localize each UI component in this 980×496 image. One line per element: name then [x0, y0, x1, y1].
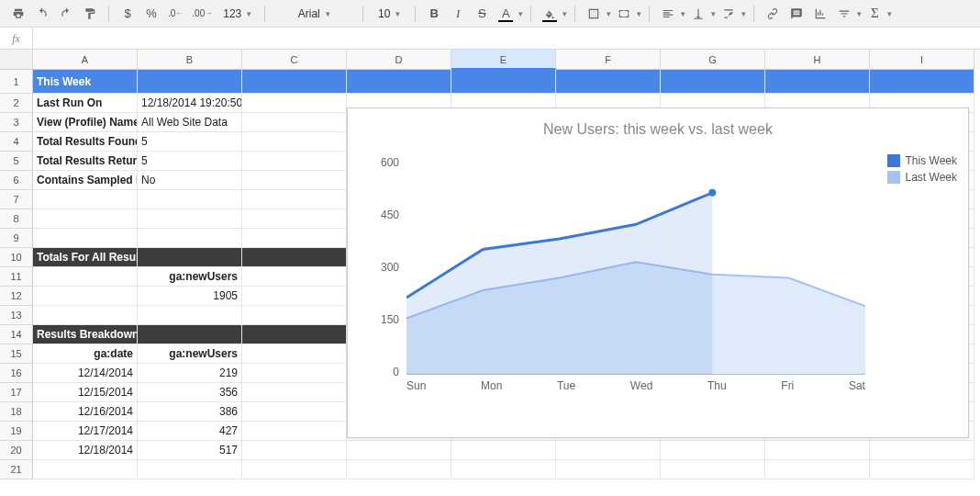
column-header[interactable]: D: [347, 50, 451, 70]
row-header[interactable]: 7: [0, 190, 33, 209]
functions-button[interactable]: Σ: [863, 3, 885, 25]
cell[interactable]: [242, 364, 347, 383]
cell[interactable]: Last Run On: [33, 94, 138, 113]
text-color-button[interactable]: A: [495, 3, 517, 25]
chevron-down-icon[interactable]: ▾: [711, 9, 716, 18]
cell[interactable]: 386: [138, 402, 242, 422]
row-header[interactable]: 14: [0, 325, 33, 344]
cell[interactable]: [765, 70, 870, 94]
cell[interactable]: [242, 190, 347, 209]
cell[interactable]: [138, 248, 242, 267]
chevron-down-icon[interactable]: ▾: [887, 9, 892, 18]
more-formats-dropdown[interactable]: 123▾: [217, 3, 257, 25]
chevron-down-icon[interactable]: ▾: [637, 9, 641, 18]
cell[interactable]: [242, 171, 347, 190]
cell[interactable]: [242, 422, 347, 441]
row-header[interactable]: 5: [0, 152, 33, 171]
cell[interactable]: [347, 441, 451, 460]
cell[interactable]: [138, 460, 242, 479]
chevron-down-icon[interactable]: ▾: [857, 9, 862, 18]
strikethrough-button[interactable]: S: [471, 3, 493, 25]
cell[interactable]: 12/18/2014 19:20:50: [138, 94, 242, 113]
cell[interactable]: 517: [138, 441, 242, 460]
insert-link-button[interactable]: [762, 3, 784, 25]
cell[interactable]: [242, 248, 347, 267]
cell[interactable]: ga:date: [33, 344, 138, 364]
cell[interactable]: [347, 70, 451, 94]
cell[interactable]: 5: [138, 132, 242, 152]
filter-button[interactable]: [833, 3, 855, 25]
cell[interactable]: Totals For All Results: [33, 248, 138, 267]
cell[interactable]: [661, 441, 765, 460]
cell[interactable]: [242, 113, 347, 132]
increase-decimal-button[interactable]: .00→: [188, 3, 216, 25]
chevron-down-icon[interactable]: ▾: [562, 9, 567, 18]
cell[interactable]: [33, 306, 138, 325]
row-header[interactable]: 19: [0, 422, 33, 441]
cell[interactable]: [451, 441, 556, 460]
cell[interactable]: [242, 132, 347, 152]
insert-comment-button[interactable]: [785, 3, 807, 25]
column-header[interactable]: F: [556, 50, 661, 70]
cell[interactable]: 12/15/2014: [33, 383, 138, 402]
cell[interactable]: 356: [138, 383, 242, 402]
cell[interactable]: All Web Site Data: [138, 113, 242, 132]
cell[interactable]: [242, 402, 347, 422]
cell[interactable]: [661, 70, 765, 94]
cell[interactable]: Total Results Found: [33, 132, 138, 152]
cell[interactable]: Contains Sampled Data: [33, 171, 138, 190]
cell[interactable]: [556, 70, 661, 94]
cell[interactable]: [661, 460, 765, 479]
cell[interactable]: Total Results Returned: [33, 152, 138, 171]
font-size-dropdown[interactable]: 10▾: [371, 3, 407, 25]
cell[interactable]: [242, 287, 347, 306]
cell[interactable]: [451, 70, 556, 94]
row-header[interactable]: 4: [0, 132, 33, 152]
horizontal-align-button[interactable]: [657, 3, 679, 25]
column-header[interactable]: H: [765, 50, 870, 70]
column-header[interactable]: G: [661, 50, 765, 70]
cell[interactable]: 12/16/2014: [33, 402, 138, 422]
row-header[interactable]: 2: [0, 94, 33, 113]
cell[interactable]: 12/17/2014: [33, 422, 138, 441]
text-wrap-button[interactable]: [718, 3, 740, 25]
cell[interactable]: 12/14/2014: [33, 364, 138, 383]
cell[interactable]: [870, 460, 974, 479]
cell[interactable]: 12/18/2014: [33, 441, 138, 460]
cell[interactable]: [347, 460, 451, 479]
cell[interactable]: [33, 287, 138, 306]
cell[interactable]: [242, 267, 347, 287]
select-all-corner[interactable]: [0, 50, 33, 70]
insert-chart-button[interactable]: [809, 3, 831, 25]
cell[interactable]: No: [138, 171, 242, 190]
font-family-dropdown[interactable]: Arial▾: [273, 3, 355, 25]
row-header[interactable]: 16: [0, 364, 33, 383]
borders-button[interactable]: [583, 3, 605, 25]
cell[interactable]: [33, 229, 138, 248]
chevron-down-icon[interactable]: ▾: [741, 9, 746, 18]
decrease-decimal-button[interactable]: .0←: [164, 3, 186, 25]
paint-format-button[interactable]: [79, 3, 101, 25]
cell[interactable]: [242, 209, 347, 229]
cell[interactable]: [33, 460, 138, 479]
fill-color-button[interactable]: [539, 3, 561, 25]
format-currency-button[interactable]: $: [117, 3, 139, 25]
cell[interactable]: [242, 460, 347, 479]
cell[interactable]: ga:newUsers: [138, 344, 242, 364]
cell[interactable]: 5: [138, 152, 242, 171]
print-button[interactable]: [7, 3, 29, 25]
cell[interactable]: [870, 70, 974, 94]
row-header[interactable]: 9: [0, 229, 33, 248]
cell[interactable]: [242, 325, 347, 344]
row-header[interactable]: 13: [0, 306, 33, 325]
cell[interactable]: Results Breakdown: [33, 325, 138, 344]
cell[interactable]: [870, 441, 974, 460]
cell[interactable]: [242, 441, 347, 460]
cell[interactable]: [556, 441, 661, 460]
cell[interactable]: [242, 229, 347, 248]
row-header[interactable]: 18: [0, 402, 33, 422]
row-header[interactable]: 8: [0, 209, 33, 229]
vertical-align-button[interactable]: [687, 3, 709, 25]
italic-button[interactable]: I: [447, 3, 469, 25]
cell[interactable]: [242, 306, 347, 325]
